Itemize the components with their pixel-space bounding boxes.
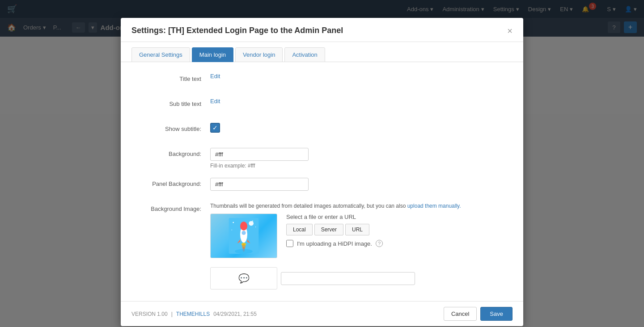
date-label: 04/29/2021, 21:55	[213, 311, 257, 317]
subtitle-text-row: Sub title text Edit	[139, 98, 505, 114]
background-content: Fill-in example: #fff	[210, 148, 505, 169]
svg-point-1	[233, 222, 234, 223]
background-label: Background:	[139, 148, 210, 157]
version-info: VERSION 1.00 | THEMEHILLS 04/29/2021, 21…	[131, 311, 257, 317]
modal-footer: VERSION 1.00 | THEMEHILLS 04/29/2021, 21…	[121, 301, 523, 326]
subtitle-text-content: Edit	[210, 98, 505, 105]
background-image-label: Background Image:	[139, 203, 210, 212]
title-text-content: Edit	[210, 73, 505, 80]
svg-point-5	[249, 221, 254, 226]
upload-manually-link[interactable]: upload them manually.	[407, 203, 461, 209]
hint-text-part: Thumbnails will be generated from detail…	[210, 203, 406, 209]
modal-close-button[interactable]: ×	[507, 26, 513, 35]
svg-point-4	[232, 230, 232, 230]
title-edit-link[interactable]: Edit	[210, 73, 505, 80]
show-subtitle-content: ✓	[210, 123, 505, 133]
tab-general-settings[interactable]: General Settings	[131, 47, 190, 62]
tab-main-login[interactable]: Main login	[192, 47, 233, 62]
rocket-image	[228, 218, 259, 254]
tab-vendor-login[interactable]: Vendor login	[235, 47, 283, 62]
show-subtitle-checkbox[interactable]: ✓	[210, 123, 220, 133]
panel-background-content	[210, 178, 505, 191]
background-image-hint: Thumbnails will be generated from detail…	[210, 203, 505, 209]
show-subtitle-row: Show subtitle: ✓	[139, 123, 505, 139]
background-row: Background: Fill-in example: #fff	[139, 148, 505, 169]
upload-area: 💬	[210, 267, 505, 289]
panel-background-label: Panel Background:	[139, 178, 210, 187]
show-subtitle-label: Show subtitle:	[139, 123, 210, 132]
svg-point-8	[242, 231, 246, 235]
modal-tabs: General Settings Main login Vendor login…	[121, 42, 523, 62]
cancel-button[interactable]: Cancel	[444, 307, 477, 321]
server-button[interactable]: Server	[314, 224, 343, 235]
upload-box[interactable]: 💬	[210, 267, 277, 289]
file-buttons: Local Server URL	[286, 224, 383, 235]
settings-modal: Settings: [TH] Extended Login Page to th…	[121, 18, 523, 326]
svg-point-14	[235, 249, 253, 254]
tab-activation[interactable]: Activation	[284, 47, 325, 62]
modal-body: Title text Edit Sub title text Edit Show…	[121, 62, 523, 301]
vendor-link[interactable]: THEMEHILLS	[176, 311, 210, 317]
title-text-row: Title text Edit	[139, 73, 505, 89]
svg-point-7	[240, 222, 247, 231]
file-select-section: Select a file or enter a URL Local Serve…	[286, 214, 383, 247]
footer-buttons: Cancel Save	[444, 307, 513, 321]
local-button[interactable]: Local	[286, 224, 313, 235]
background-image-section: Background Image: Thumbnails will be gen…	[139, 203, 505, 258]
hidpi-label: I'm uploading a HiDPI image.	[297, 240, 372, 247]
subtitle-edit-link[interactable]: Edit	[210, 98, 505, 105]
save-button[interactable]: Save	[480, 307, 513, 321]
modal-overlay: Settings: [TH] Extended Login Page to th…	[0, 0, 644, 327]
modal-header: Settings: [TH] Extended Login Page to th…	[121, 18, 523, 42]
image-preview	[210, 214, 277, 258]
panel-background-input[interactable]	[210, 178, 309, 191]
bg-image-inner: Select a file or enter a URL Local Serve…	[210, 214, 505, 258]
chat-icon: 💬	[238, 273, 250, 284]
background-image-content: Thumbnails will be generated from detail…	[210, 203, 505, 258]
file-select-title: Select a file or enter a URL	[286, 214, 383, 220]
subtitle-text-label: Sub title text	[139, 98, 210, 107]
version-label: VERSION 1.00	[131, 311, 168, 317]
modal-title: Settings: [TH] Extended Login Page to th…	[131, 26, 343, 35]
background-input[interactable]	[210, 148, 309, 161]
help-icon[interactable]: ?	[376, 240, 383, 247]
background-hint: Fill-in example: #fff	[210, 163, 505, 169]
panel-background-row: Panel Background:	[139, 178, 505, 194]
url-input[interactable]	[281, 272, 415, 285]
hidpi-checkbox[interactable]	[286, 240, 293, 247]
title-text-label: Title text	[139, 73, 210, 82]
hidpi-row: I'm uploading a HiDPI image. ?	[286, 240, 383, 247]
url-button[interactable]: URL	[345, 224, 369, 235]
svg-point-3	[255, 226, 256, 227]
